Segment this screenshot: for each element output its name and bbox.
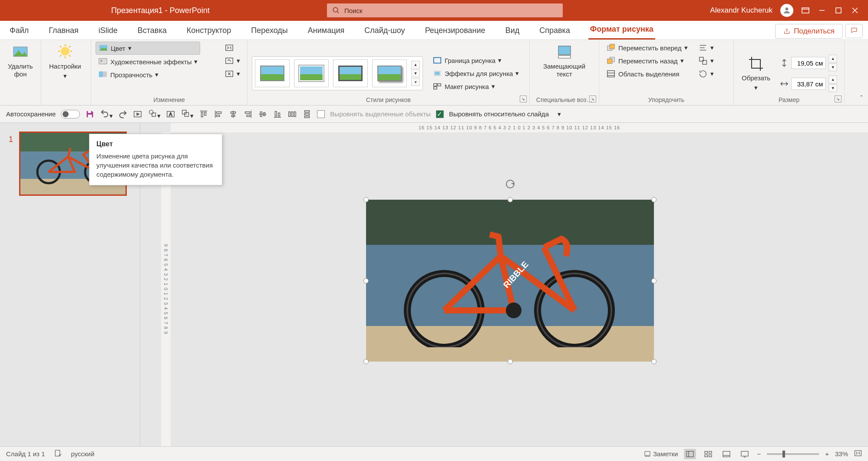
spell-check-icon[interactable]	[54, 449, 63, 458]
tab-picture-format[interactable]: Формат рисунка	[588, 20, 655, 40]
change-picture-button[interactable]: ▾	[222, 55, 243, 67]
width-input[interactable]: ▲▼	[780, 76, 837, 92]
bring-forward-button[interactable]: Переместить вперед ▾	[604, 42, 690, 54]
arrange-qat-button[interactable]: ▾	[181, 109, 194, 120]
align-slide-checkbox[interactable]: ✓	[436, 110, 444, 118]
align-left-icon[interactable]	[214, 109, 223, 119]
sorter-view-button[interactable]	[702, 449, 714, 459]
close-button[interactable]	[851, 6, 859, 15]
size-launcher[interactable]: ↘	[835, 95, 842, 102]
distribute-v-icon[interactable]	[302, 109, 312, 119]
selection-pane-button[interactable]: Область выделения	[604, 68, 690, 80]
handle-mr[interactable]	[651, 278, 657, 283]
rotate-handle[interactable]	[504, 178, 516, 190]
zoom-level[interactable]: 33%	[835, 450, 848, 458]
text-box-icon[interactable]: A	[166, 109, 175, 119]
handle-ml[interactable]	[363, 278, 369, 283]
tab-insert[interactable]: Вставка	[136, 22, 168, 40]
style-thumb-1[interactable]	[255, 59, 290, 87]
redo-button[interactable]	[118, 109, 128, 119]
crop-button[interactable]: Обрезать▾	[738, 53, 774, 93]
alt-launcher[interactable]: ↘	[589, 95, 596, 102]
tab-slideshow[interactable]: Слайд-шоу	[363, 22, 406, 40]
align-bottom-icon[interactable]	[273, 109, 282, 119]
handle-tl[interactable]	[363, 197, 369, 202]
save-icon[interactable]	[85, 109, 95, 119]
handle-bl[interactable]	[363, 359, 369, 364]
gallery-more-button[interactable]: ▾	[411, 78, 420, 86]
group-objects-button[interactable]: ▾	[696, 55, 716, 67]
handle-tr[interactable]	[651, 197, 657, 202]
user-name[interactable]: Alexandr Kucheruk	[710, 6, 772, 15]
align-center-h-icon[interactable]	[228, 109, 238, 119]
style-thumb-2[interactable]	[294, 59, 329, 87]
canvas-area[interactable]: 16 15 14 13 12 11 10 9 8 7 6 5 4 3 2 1 0…	[140, 123, 868, 446]
ribbon-display-button[interactable]	[801, 6, 810, 15]
compress-pictures-button[interactable]	[222, 42, 243, 54]
styles-launcher[interactable]: ↘	[520, 95, 527, 102]
zoom-out-button[interactable]: −	[757, 450, 761, 458]
height-input[interactable]: ▲▼	[780, 55, 837, 71]
tab-review[interactable]: Рецензирование	[423, 22, 487, 40]
width-up[interactable]: ▲	[828, 76, 837, 83]
height-up[interactable]: ▲	[828, 55, 837, 63]
share-button[interactable]: Поделиться	[775, 24, 843, 39]
tab-animations[interactable]: Анимация	[306, 22, 347, 40]
tab-islide[interactable]: iSlide	[97, 22, 119, 40]
align-middle-icon[interactable]	[258, 109, 267, 119]
undo-button[interactable]: ▾	[100, 109, 113, 120]
tab-home[interactable]: Главная	[47, 22, 80, 40]
selected-picture[interactable]: RIBBLE	[366, 200, 654, 362]
align-top-icon[interactable]	[199, 109, 208, 119]
distribute-h-icon[interactable]	[287, 109, 297, 119]
style-thumb-4[interactable]	[372, 59, 407, 87]
color-button[interactable]: Цвет ▾	[96, 42, 200, 55]
style-thumb-3[interactable]	[333, 59, 368, 87]
handle-bc[interactable]	[508, 359, 513, 364]
tab-file[interactable]: Файл	[8, 22, 30, 40]
remove-background-button[interactable]: Удалить фон	[4, 42, 36, 80]
notes-button[interactable]: Заметки	[644, 450, 678, 458]
minimize-button[interactable]	[818, 6, 826, 15]
gallery-down-button[interactable]: ▼	[411, 69, 420, 77]
search-box[interactable]: Поиск	[327, 3, 563, 17]
zoom-in-button[interactable]: +	[825, 450, 829, 458]
handle-br[interactable]	[651, 359, 657, 364]
avatar[interactable]	[780, 4, 793, 17]
slideshow-view-button[interactable]	[739, 449, 751, 459]
width-down[interactable]: ▼	[828, 84, 837, 92]
tab-design[interactable]: Конструктор	[185, 22, 233, 40]
from-beginning-icon[interactable]	[133, 109, 142, 119]
picture-styles-gallery[interactable]: ▲ ▼ ▾	[252, 56, 423, 90]
picture-border-button[interactable]: Граница рисунка ▾	[430, 54, 521, 66]
zoom-slider[interactable]	[767, 453, 819, 455]
handle-tc[interactable]	[508, 197, 513, 202]
rotate-button[interactable]: ▾	[696, 68, 716, 80]
tab-transitions[interactable]: Переходы	[249, 22, 289, 40]
picture-effects-button[interactable]: Эффекты для рисунка ▾	[430, 67, 521, 79]
fit-to-window-button[interactable]	[854, 450, 862, 458]
artistic-effects-button[interactable]: Художественные эффекты ▾	[96, 56, 200, 68]
shapes-qat-button[interactable]: ▾	[148, 109, 161, 120]
collapse-ribbon-button[interactable]: ˆ	[857, 93, 866, 102]
align-button[interactable]: ▾	[696, 42, 716, 54]
transparency-button[interactable]: Прозрачность ▾	[96, 69, 200, 81]
align-selected-checkbox[interactable]	[317, 110, 325, 118]
normal-view-button[interactable]	[684, 449, 696, 459]
reading-view-button[interactable]	[720, 449, 733, 459]
language-status[interactable]: русский	[71, 450, 95, 458]
alt-text-button[interactable]: Замещающий текст	[534, 42, 594, 80]
comments-button[interactable]	[845, 24, 863, 38]
tab-view[interactable]: Вид	[504, 22, 521, 40]
picture-layout-button[interactable]: Макет рисунка ▾	[430, 80, 521, 92]
corrections-button[interactable]: Настройки▾	[46, 42, 85, 82]
tab-help[interactable]: Справка	[538, 22, 572, 40]
qat-more-button[interactable]: ▾	[558, 110, 561, 118]
align-right-icon[interactable]	[243, 109, 253, 119]
gallery-up-button[interactable]: ▲	[411, 61, 420, 69]
height-down[interactable]: ▼	[828, 63, 837, 71]
send-backward-button[interactable]: Переместить назад ▾	[604, 55, 690, 67]
reset-picture-button[interactable]: ▾	[222, 68, 243, 80]
slide-counter[interactable]: Слайд 1 из 1	[6, 450, 45, 458]
autosave-toggle[interactable]	[61, 110, 80, 119]
